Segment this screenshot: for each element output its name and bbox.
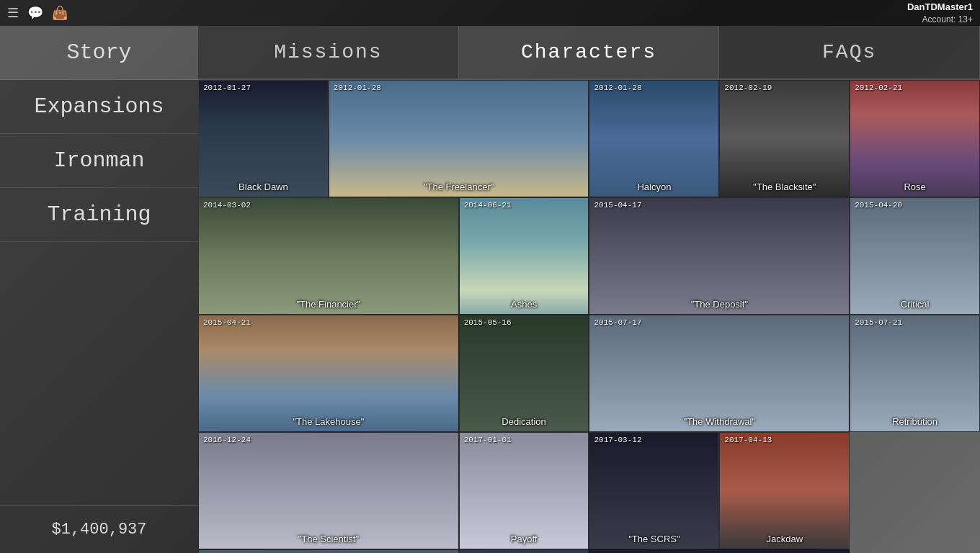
top-bar-icons: ☰ 💬 👜: [7, 5, 68, 21]
card-background: [850, 81, 979, 197]
mission-card-halcyon[interactable]: 2012-01-28Halcyon: [589, 80, 719, 197]
card-date: 2017-01-01: [464, 436, 512, 444]
tab-characters[interactable]: Characters: [459, 26, 720, 78]
card-date: 2015-04-17: [594, 201, 641, 210]
username: DanTDMaster1: [907, 1, 973, 14]
mission-card-freelancer[interactable]: 2012-01-28"The Freelancer": [329, 80, 589, 197]
card-date: 2012-01-28: [334, 84, 381, 92]
user-info: DanTDMaster1 Account: 13+: [907, 1, 973, 26]
card-background: [850, 198, 979, 314]
mission-card-jackdaw[interactable]: 2017-04-13Jackdaw: [719, 432, 850, 549]
card-title: Black Dawn: [199, 181, 328, 192]
mission-card-black-dawn[interactable]: 2012-01-27Black Dawn: [198, 80, 329, 197]
mission-card-ashes[interactable]: 2014-06-21Ashes: [459, 197, 589, 315]
card-background: [329, 81, 589, 197]
balance-display: $1,400,937: [0, 505, 198, 553]
mission-card-rose[interactable]: 2012-02-21Rose: [850, 80, 980, 197]
card-date: 2014-03-02: [203, 201, 251, 210]
card-title: Dedication: [460, 416, 589, 427]
card-background: [589, 315, 849, 431]
card-title: Retribution: [850, 416, 979, 427]
mission-card-lakehouse[interactable]: 2015-04-21"The Lakehouse": [198, 315, 459, 432]
card-title: "The SCRS": [589, 534, 718, 544]
bag-icon[interactable]: 👜: [52, 5, 68, 21]
card-date: 2012-01-28: [594, 84, 641, 92]
card-date: 2015-05-16: [464, 318, 512, 327]
card-background: [199, 81, 328, 197]
card-date: 2015-04-20: [855, 201, 902, 210]
card-date: 2017-03-12: [594, 436, 641, 444]
card-title: "The Scientist": [199, 534, 458, 544]
card-date: 2015-07-21: [855, 318, 902, 327]
card-background: [460, 198, 589, 314]
card-background: [850, 315, 979, 431]
card-background: [720, 433, 849, 549]
card-date: 2015-04-21: [203, 318, 251, 327]
nav-tabs: Missions Characters FAQs: [198, 26, 980, 80]
card-background: [589, 198, 849, 314]
account-info: Account: 13+: [907, 14, 973, 26]
other-games-panel[interactable]: O t h e r g a m e s DECEPTION: [589, 549, 850, 553]
card-title: "The Deposit": [589, 299, 849, 310]
mission-card-critical[interactable]: 2015-04-20Critical: [850, 197, 980, 315]
card-date: 2012-02-19: [724, 84, 772, 92]
card-title: "The Blacksite": [720, 181, 849, 192]
mission-card-dedication[interactable]: 2015-05-16Dedication: [459, 315, 589, 432]
sidebar: Story Expansions Ironman Training $1,400…: [0, 26, 198, 553]
card-background: [199, 315, 458, 431]
card-date: 2017-04-13: [724, 436, 772, 444]
mission-card-retribution[interactable]: 2015-07-21Retribution: [850, 315, 980, 432]
mission-card-scrs[interactable]: 2017-03-12"The SCRS": [589, 432, 719, 549]
mission-card-blacksite[interactable]: 2012-02-19"The Blacksite": [719, 80, 850, 197]
mission-card-withdrawal[interactable]: 2015-07-17"The Withdrawal": [589, 315, 850, 432]
card-date: 2015-07-17: [594, 318, 641, 327]
card-title: "The Financier": [199, 299, 458, 310]
card-title: Ashes: [460, 299, 589, 310]
card-date: 2014-06-21: [464, 201, 512, 210]
card-background: [589, 81, 718, 197]
card-date: 2012-02-21: [855, 84, 902, 92]
card-date: 2016-12-24: [203, 436, 251, 444]
card-title: Rose: [850, 181, 979, 192]
sidebar-item-training[interactable]: Training: [0, 188, 198, 242]
tab-missions[interactable]: Missions: [198, 26, 459, 78]
sidebar-item-ironman[interactable]: Ironman: [0, 134, 198, 188]
card-title: "The Freelancer": [329, 181, 589, 192]
mission-card-financier[interactable]: 2014-03-02"The Financier": [198, 197, 459, 315]
card-title: "The Lakehouse": [199, 416, 458, 427]
card-title: Payoff: [460, 534, 589, 544]
top-bar: ☰ 💬 👜 DanTDMaster1 Account: 13+: [0, 0, 980, 26]
missions-grid: 2012-01-27Black Dawn2012-01-28"The Freel…: [198, 80, 980, 553]
card-date: 2012-01-27: [203, 84, 251, 92]
card-background: [460, 433, 589, 549]
card-title: "The Withdrawal": [589, 416, 849, 427]
sidebar-item-expansions[interactable]: Expansions: [0, 80, 198, 134]
card-background: [199, 198, 458, 314]
card-title: Jackdaw: [720, 534, 849, 544]
card-title: Halcyon: [589, 181, 718, 192]
card-background: [589, 433, 718, 549]
mission-card-epilogue[interactable]: 2017-10-18Epilogue: [459, 549, 589, 553]
menu-icon[interactable]: ☰: [7, 5, 19, 21]
mission-card-deposit[interactable]: 2015-04-17"The Deposit": [589, 197, 850, 315]
card-background: [199, 433, 458, 549]
mission-card-black-dusk[interactable]: 2017-04-1624:00:00"Black Dusk": [198, 549, 459, 553]
mission-card-payoff[interactable]: 2017-01-01Payoff: [459, 432, 589, 549]
chat-icon[interactable]: 💬: [27, 5, 43, 21]
sidebar-item-story[interactable]: Story: [0, 26, 198, 80]
card-title: Critical: [850, 299, 979, 310]
card-background: [460, 315, 589, 431]
mission-card-scientist[interactable]: 2016-12-24"The Scientist": [198, 432, 459, 549]
tab-faqs[interactable]: FAQs: [719, 26, 980, 78]
card-background: [720, 81, 849, 197]
